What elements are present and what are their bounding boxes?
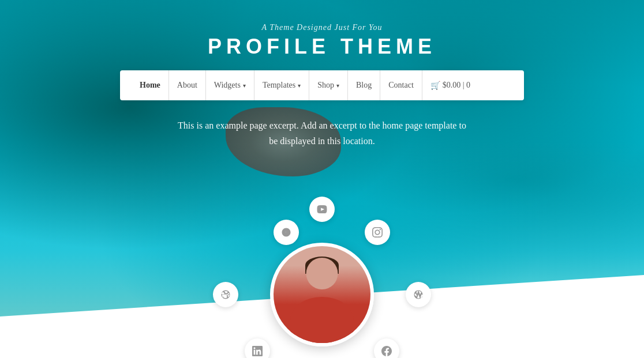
hero-subtitle: A Theme Designed Just For You — [261, 23, 382, 32]
profile-image — [270, 243, 374, 346]
social-icon-instagram[interactable] — [365, 220, 390, 245]
hero-section: A Theme Designed Just For You PROFILE TH… — [0, 0, 644, 358]
nav-item-blog[interactable]: Blog — [348, 70, 380, 100]
nav-item-widgets[interactable]: Widgets ▾ — [206, 70, 254, 100]
social-icon-dribbble[interactable] — [213, 282, 238, 307]
nav-cart[interactable]: 🛒 $0.00 | 0 — [422, 70, 478, 100]
social-icon-vine[interactable] — [274, 220, 299, 245]
cart-icon: 🛒 — [430, 81, 440, 91]
main-navigation: Home About Widgets ▾ Templates ▾ Shop ▾ … — [120, 70, 524, 100]
hero-content: A Theme Designed Just For You PROFILE TH… — [0, 0, 644, 160]
chevron-down-icon: ▾ — [243, 82, 246, 89]
nav-item-contact[interactable]: Contact — [380, 70, 422, 100]
hero-excerpt: This is an example page excerpt. Add an … — [178, 118, 466, 149]
nav-item-shop[interactable]: Shop ▾ — [309, 70, 348, 100]
nav-item-templates[interactable]: Templates ▾ — [254, 70, 309, 100]
chevron-down-icon: ▾ — [336, 82, 339, 89]
social-icon-linkedin[interactable] — [245, 338, 270, 358]
social-icon-wordpress[interactable] — [406, 282, 431, 307]
chevron-down-icon: ▾ — [298, 82, 301, 89]
profile-person — [274, 246, 370, 343]
social-circle-container — [201, 214, 443, 358]
hero-title: PROFILE THEME — [208, 35, 436, 59]
social-icon-youtube[interactable] — [309, 197, 335, 222]
social-icon-facebook[interactable] — [374, 338, 399, 358]
person-body — [290, 297, 354, 343]
person-head — [306, 258, 338, 289]
nav-item-about[interactable]: About — [169, 70, 206, 100]
nav-item-home[interactable]: Home — [132, 70, 169, 100]
